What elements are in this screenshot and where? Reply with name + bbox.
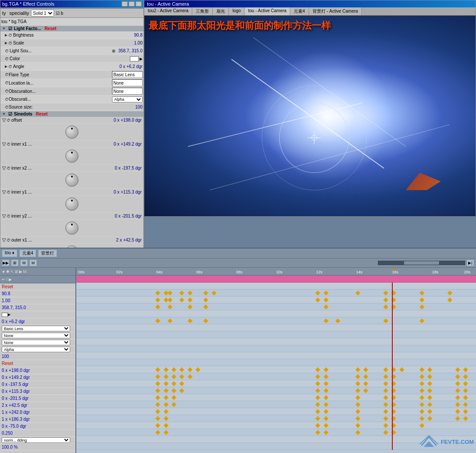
- lf-checkbox[interactable]: ☑: [8, 26, 12, 31]
- kf[interactable]: [463, 409, 468, 414]
- sd-checkbox[interactable]: ☑: [8, 112, 12, 116]
- kf[interactable]: [427, 367, 432, 372]
- kf[interactable]: [187, 290, 192, 295]
- kf[interactable]: [316, 388, 320, 393]
- kf[interactable]: [323, 374, 328, 379]
- sd-innery1-toggle[interactable]: ▽: [2, 189, 6, 195]
- kf[interactable]: [323, 409, 328, 414]
- kf[interactable]: [455, 381, 460, 386]
- kf[interactable]: [316, 381, 320, 386]
- tl-btn-1[interactable]: ▶▶: [2, 259, 10, 266]
- kf[interactable]: [463, 388, 468, 393]
- tl-label-19[interactable]: 1 x +186.3 dgr: [0, 416, 75, 423]
- camera-tab-3[interactable]: logo: [229, 7, 245, 15]
- kf[interactable]: [180, 297, 184, 302]
- sd-outerx1-value[interactable]: 2 x +42.5 dgr: [116, 238, 142, 242]
- kf[interactable]: [383, 416, 388, 421]
- innerx1-dial[interactable]: [65, 150, 78, 163]
- kf[interactable]: [383, 409, 388, 414]
- tl-obscuration1-select[interactable]: None: [2, 340, 70, 345]
- sd-innery2-toggle[interactable]: ▽: [2, 213, 6, 219]
- camera-tab-2[interactable]: 扇光: [213, 7, 229, 15]
- kf[interactable]: [455, 388, 460, 393]
- tl-label-20[interactable]: 0 x -75.0 dgr: [0, 423, 75, 430]
- kf[interactable]: [364, 388, 368, 393]
- kf[interactable]: [204, 318, 208, 323]
- kf[interactable]: [163, 367, 168, 372]
- kf[interactable]: [463, 395, 468, 400]
- locationla-value[interactable]: None: [112, 79, 143, 86]
- kf[interactable]: [383, 304, 388, 309]
- sd-offset-value[interactable]: 0 x +198.0 dgr: [114, 118, 142, 123]
- kf[interactable]: [427, 395, 432, 400]
- innery2-dial[interactable]: [65, 221, 78, 235]
- tl-label-7[interactable]: None: [0, 332, 75, 339]
- kf[interactable]: [156, 409, 160, 414]
- innerx2-dial[interactable]: [65, 174, 78, 187]
- kf[interactable]: [316, 374, 320, 379]
- kf[interactable]: [180, 367, 184, 372]
- kf[interactable]: [323, 388, 328, 393]
- kf[interactable]: [447, 297, 452, 302]
- sourcesize-value[interactable]: 100: [135, 105, 143, 109]
- kf[interactable]: [187, 374, 192, 379]
- kf[interactable]: [419, 304, 424, 309]
- kf[interactable]: [323, 367, 328, 372]
- kf[interactable]: [427, 374, 432, 379]
- kf[interactable]: [455, 416, 460, 421]
- tl-label-2[interactable]: 1.00: [0, 297, 75, 304]
- innery1-dial[interactable]: [65, 198, 78, 211]
- obscuration2-select[interactable]: Alpha: [112, 96, 143, 102]
- kf[interactable]: [156, 402, 160, 407]
- sd-innerx1-value[interactable]: 0 x +149.2 dgr: [114, 142, 142, 146]
- kf[interactable]: [163, 409, 168, 414]
- kf[interactable]: [323, 402, 328, 407]
- kf[interactable]: [355, 430, 360, 435]
- tl-label-1[interactable]: 90.8: [0, 290, 75, 297]
- kf[interactable]: [180, 290, 184, 295]
- tl-locationla-select[interactable]: None: [2, 333, 70, 338]
- kf[interactable]: [419, 381, 424, 386]
- kf[interactable]: [316, 402, 320, 407]
- kf[interactable]: [383, 388, 388, 393]
- kf[interactable]: [419, 297, 424, 302]
- kf[interactable]: [163, 381, 168, 386]
- kf[interactable]: [163, 423, 168, 428]
- kf[interactable]: [171, 374, 176, 379]
- tl-label-23[interactable]: 100.0 %: [0, 444, 75, 451]
- brightness-value[interactable]: 90.8: [134, 33, 143, 37]
- kf[interactable]: [355, 409, 360, 414]
- kf[interactable]: [316, 290, 320, 295]
- kf[interactable]: [171, 395, 176, 400]
- kf[interactable]: [323, 297, 328, 302]
- kf[interactable]: [316, 409, 320, 414]
- kf[interactable]: [180, 381, 184, 386]
- kf[interactable]: [156, 304, 160, 309]
- tl-label-3[interactable]: 358.7, 315.0: [0, 304, 75, 311]
- tl-label-6[interactable]: Basic Lens: [0, 325, 75, 332]
- kf[interactable]: [355, 367, 360, 372]
- sd-innery2-value[interactable]: 0 x -201.5 dgr: [115, 214, 142, 218]
- timeline-scrollbar-h[interactable]: [378, 261, 465, 265]
- kf[interactable]: [180, 374, 184, 379]
- kf[interactable]: [323, 304, 328, 309]
- kf[interactable]: [383, 430, 388, 435]
- kf[interactable]: [383, 318, 388, 323]
- kf[interactable]: [156, 416, 160, 421]
- kf[interactable]: [419, 290, 424, 295]
- tl-label-10[interactable]: 100: [0, 353, 75, 360]
- timeline-tab-1[interactable]: 元素4: [19, 249, 37, 257]
- kf[interactable]: [355, 388, 360, 393]
- tl-label-22[interactable]: norm... dding: [0, 437, 75, 444]
- kf[interactable]: [355, 381, 360, 386]
- tl-end-btn[interactable]: ▶|: [466, 259, 474, 266]
- kf[interactable]: [323, 381, 328, 386]
- kf[interactable]: [187, 318, 192, 323]
- camera-tab-4[interactable]: tou - Active Camera: [245, 7, 290, 15]
- kf[interactable]: [156, 430, 160, 435]
- kf[interactable]: [383, 367, 388, 372]
- kf[interactable]: [156, 381, 160, 386]
- kf[interactable]: [383, 381, 388, 386]
- kf[interactable]: [316, 430, 320, 435]
- kf[interactable]: [383, 395, 388, 400]
